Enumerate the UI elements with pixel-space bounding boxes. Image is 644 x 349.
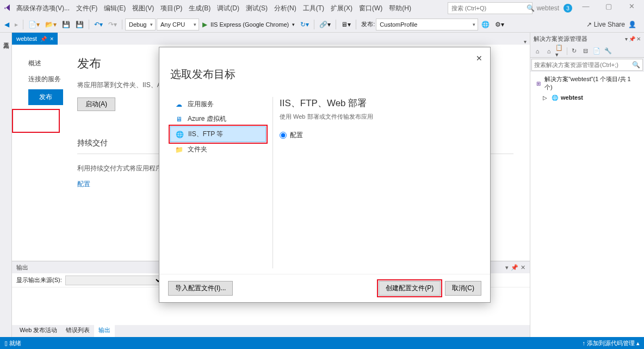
publish-settings-button[interactable]: ⚙▾ bbox=[493, 19, 506, 30]
se-pin-icon[interactable]: 📌 bbox=[629, 36, 635, 42]
se-properties-icon[interactable]: 🔧 bbox=[603, 46, 613, 56]
platform-combo[interactable]: Any CPU bbox=[157, 19, 199, 30]
start-debug-button[interactable]: ▶ bbox=[200, 19, 209, 30]
menu-extensions[interactable]: 扩展(X) bbox=[327, 3, 356, 14]
output-close-icon[interactable]: ✕ bbox=[521, 264, 525, 271]
menu-file[interactable]: 文件(F) bbox=[73, 3, 101, 14]
menu-tools[interactable]: 工具(T) bbox=[300, 3, 327, 14]
output-tabs: Web 发布活动 错误列表 输出 bbox=[12, 325, 530, 337]
project-node[interactable]: ▷ 🌐 webtest bbox=[532, 93, 642, 102]
forward-button[interactable]: ▸ bbox=[13, 19, 20, 30]
output-pin-icon[interactable]: 📌 bbox=[511, 264, 518, 271]
close-tab-icon[interactable]: × bbox=[50, 35, 53, 42]
dialog-nav-iis-ftp[interactable]: 🌐 IIS、FTP 等 bbox=[170, 126, 266, 142]
dialog-title: 选取发布目标 bbox=[170, 67, 479, 82]
maximize-button[interactable]: ▢ bbox=[599, 2, 618, 14]
se-home-icon[interactable]: ⌂ bbox=[532, 46, 542, 56]
publish-profile-combo[interactable]: CustomProfile bbox=[376, 19, 478, 30]
nav-overview[interactable]: 概述 bbox=[28, 56, 77, 71]
search-icon[interactable]: 🔍 bbox=[527, 4, 534, 12]
publish-target-icon[interactable]: 🖥▾ bbox=[339, 19, 353, 30]
dialog-footer: 导入配置文件(I)... 创建配置文件(P) 取消(C) bbox=[159, 274, 490, 302]
doc-tab-overflow[interactable]: ▾ bbox=[521, 39, 530, 45]
nav-publish-button[interactable]: 发布 bbox=[28, 89, 63, 105]
open-button[interactable]: 📂▾ bbox=[43, 19, 59, 30]
source-control-button[interactable]: ↑ 添加到源代码管理 ▴ bbox=[582, 339, 640, 347]
menu-project[interactable]: 项目(P) bbox=[157, 3, 185, 14]
solution-search-input[interactable] bbox=[534, 62, 632, 68]
minimize-button[interactable]: — bbox=[577, 2, 595, 14]
dialog-nav-app-service[interactable]: ☁ 应用服务 bbox=[170, 97, 266, 112]
output-dropdown-icon[interactable]: ▾ bbox=[505, 264, 509, 271]
menu-analyze[interactable]: 分析(N) bbox=[271, 3, 300, 14]
run-target[interactable]: IIS Express (Google Chrome) bbox=[210, 21, 289, 28]
live-share-button[interactable]: ↗ Live Share bbox=[586, 21, 625, 28]
solution-node[interactable]: ⊞ 解决方案"webtest"(1 个项目/共 1 个) bbox=[532, 74, 642, 93]
tab-error-list[interactable]: 错误列表 bbox=[61, 325, 94, 337]
close-button[interactable]: ✕ bbox=[622, 2, 641, 14]
se-home2-icon[interactable]: ⌂ bbox=[544, 46, 554, 56]
config-link[interactable]: 配置 bbox=[77, 180, 90, 188]
publish-nav: 概述 连接的服务 发布 bbox=[28, 56, 77, 250]
publish-web-button[interactable]: 🌐 bbox=[479, 19, 492, 30]
notification-badge[interactable]: 3 bbox=[564, 4, 572, 13]
menu-edit[interactable]: 编辑(E) bbox=[101, 3, 129, 14]
pin-icon[interactable]: 📌 bbox=[40, 36, 47, 42]
config-radio-row[interactable]: 配置 bbox=[280, 131, 479, 140]
solution-explorer: 解决方案资源管理器 ▾ 📌 ✕ ⌂ ⌂ 📋▾ ↻ ⊟ 📄 🔧 🔍 ⊞ 解决方案"… bbox=[530, 33, 644, 337]
launch-button[interactable]: 启动(A) bbox=[77, 97, 115, 111]
menu-bar: 文件(F) 编辑(E) 视图(V) 项目(P) 生成(B) 调试(D) 测试(S… bbox=[73, 3, 414, 14]
tab-output[interactable]: 输出 bbox=[94, 325, 115, 337]
menu-debug[interactable]: 调试(D) bbox=[214, 3, 243, 14]
publish-label: 发布: bbox=[361, 20, 375, 28]
se-dropdown-icon[interactable]: ▾ bbox=[625, 36, 628, 42]
app-service-icon: ☁ bbox=[175, 100, 183, 109]
expand-icon[interactable]: ▷ bbox=[541, 94, 549, 101]
browser-link-icon[interactable]: 🔗▾ bbox=[317, 19, 333, 30]
redo-button[interactable]: ↷▾ bbox=[106, 19, 119, 30]
menu-window[interactable]: 窗口(W) bbox=[356, 3, 386, 14]
se-close-icon[interactable]: ✕ bbox=[636, 36, 641, 42]
save-all-button[interactable]: 💾 bbox=[73, 19, 86, 30]
dialog-nav-folder[interactable]: 📁 文件夹 bbox=[170, 142, 266, 157]
nav-connected-services[interactable]: 连接的服务 bbox=[28, 71, 77, 87]
menu-test[interactable]: 测试(S) bbox=[243, 3, 271, 14]
search-input[interactable] bbox=[451, 5, 527, 11]
tab-web-publish[interactable]: Web 发布活动 bbox=[15, 325, 61, 337]
se-showall-icon[interactable]: 📄 bbox=[592, 46, 602, 56]
import-profile-button[interactable]: 导入配置文件(I)... bbox=[168, 281, 233, 296]
menu-help[interactable]: 帮助(H) bbox=[386, 3, 414, 14]
se-collapse-icon[interactable]: ⊟ bbox=[580, 46, 590, 56]
search-icon[interactable]: 🔍 bbox=[632, 61, 640, 69]
project-name-label: webtest bbox=[537, 4, 559, 12]
solution-icon: ⊞ bbox=[535, 79, 542, 87]
create-profile-button[interactable]: 创建配置文件(P) bbox=[379, 281, 441, 296]
status-ready: ▯ 就绪 bbox=[4, 339, 21, 347]
back-button[interactable]: ◀ bbox=[2, 19, 11, 30]
feedback-icon[interactable]: 👤 bbox=[628, 21, 636, 28]
dialog-main-title: IIS、FTP、Web 部署 bbox=[280, 97, 479, 109]
undo-button[interactable]: ↶▾ bbox=[92, 19, 105, 30]
red-highlight-publish-nav bbox=[12, 109, 60, 133]
se-sync-icon[interactable]: 📋▾ bbox=[555, 46, 565, 56]
app-title: 高级保存选项(V)... bbox=[16, 4, 70, 13]
refresh-icon[interactable]: ↻▾ bbox=[298, 19, 311, 30]
cancel-button[interactable]: 取消(C) bbox=[445, 281, 481, 296]
doc-tab-webtest[interactable]: webtest 📌 × bbox=[12, 33, 58, 45]
config-combo[interactable]: Debug bbox=[125, 19, 156, 30]
output-source-combo[interactable] bbox=[65, 275, 163, 285]
search-box[interactable]: 🔍 bbox=[448, 2, 532, 14]
save-button[interactable]: 💾 bbox=[60, 19, 72, 30]
project-icon: 🌐 bbox=[551, 94, 559, 101]
dialog-main-sub: 使用 Web 部署或文件传输发布应用 bbox=[280, 113, 479, 121]
dialog-nav-azure-vm[interactable]: 🖥 Azure 虚拟机 bbox=[170, 112, 266, 126]
toolbox-tab[interactable]: 工具箱 bbox=[1, 35, 11, 337]
new-project-button[interactable]: 📄▾ bbox=[26, 19, 42, 30]
config-radio[interactable] bbox=[280, 132, 287, 139]
solution-search[interactable]: 🔍 bbox=[531, 59, 643, 71]
menu-build[interactable]: 生成(B) bbox=[185, 3, 214, 14]
menu-view[interactable]: 视图(V) bbox=[129, 3, 157, 14]
se-refresh-icon[interactable]: ↻ bbox=[569, 46, 579, 56]
run-target-dropdown[interactable]: ▾ bbox=[290, 19, 297, 30]
dialog-close-button[interactable]: ✕ bbox=[476, 54, 482, 63]
